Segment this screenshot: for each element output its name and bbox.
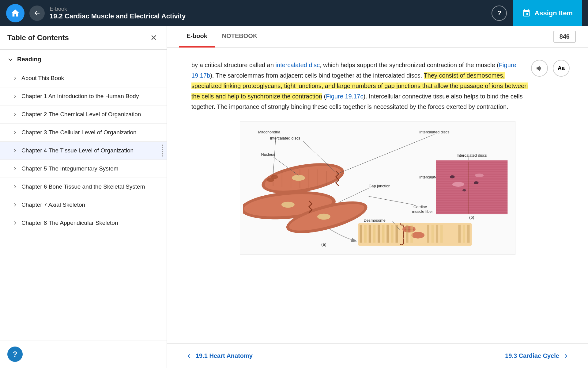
toc-item-label: Chapter 1 An Introduction to the Human B… <box>21 93 139 100</box>
toc-item-label: Chapter 5 The Integumentary System <box>21 165 118 172</box>
reading-text: by a critical structure called an interc… <box>191 60 528 112</box>
tab-notebook[interactable]: NOTEBOOK <box>215 26 265 48</box>
label-intercalated-discs-mid: Intercalated discs <box>270 136 300 140</box>
header-breadcrumb: E-book <box>50 6 186 12</box>
svg-point-35 <box>475 174 484 177</box>
svg-point-15 <box>281 202 294 208</box>
assign-item-label: Assign Item <box>534 9 573 17</box>
tab-ebook[interactable]: E-book <box>179 26 215 48</box>
svg-rect-58 <box>436 225 438 243</box>
header: E-book 19.2 Cardiac Muscle and Electrica… <box>0 0 588 26</box>
svg-rect-61 <box>463 225 465 243</box>
toc-item-label: Chapter 8 The Appendicular Skeleton <box>21 220 118 226</box>
svg-point-34 <box>452 182 464 187</box>
svg-point-33 <box>462 189 466 192</box>
sidebar: Table of Contents ✕ Reading About This B… <box>0 26 167 368</box>
back-button[interactable] <box>29 6 45 21</box>
content-area: E-book NOTEBOOK 846 Aa by a critical str… <box>167 26 588 368</box>
svg-text:muscle fiber: muscle fiber <box>412 209 433 214</box>
sidebar-header: Table of Contents ✕ <box>0 26 167 50</box>
reading-content[interactable]: Aa by a critical structure called an int… <box>167 48 588 343</box>
svg-rect-59 <box>440 225 443 243</box>
help-button[interactable]: ? <box>492 6 507 21</box>
svg-point-18 <box>267 178 274 182</box>
svg-rect-43 <box>378 225 380 243</box>
panel-b-label: (b) <box>469 215 474 220</box>
toc-item-ch7[interactable]: Chapter 7 Axial Skeleton <box>0 196 167 214</box>
toc-item-label: Chapter 7 Axial Skeleton <box>21 201 85 208</box>
label-gap-junction: Gap junction <box>368 184 390 188</box>
figure-container: Intercalated discs Intercalated discs Mi… <box>240 121 515 255</box>
page-number-badge: 846 <box>553 31 576 43</box>
label-mitochondria: Mitochondria <box>258 130 281 134</box>
toc-item-ch1[interactable]: Chapter 1 An Introduction to the Human B… <box>0 87 167 105</box>
label-nucleus: Nucleus <box>261 152 275 157</box>
sidebar-title: Table of Contents <box>7 33 69 42</box>
sidebar-content[interactable]: Reading About This Book Chapter 1 An Int… <box>0 50 167 340</box>
tab-bar: E-book NOTEBOOK 846 <box>167 26 588 48</box>
svg-rect-41 <box>368 225 371 243</box>
toc-item-label: Chapter 2 The Chemical Level of Organiza… <box>21 111 141 118</box>
label-intercalated-discs-b: Intercalated discs <box>456 153 487 158</box>
reading-controls: Aa <box>531 60 570 77</box>
svg-rect-55 <box>410 225 413 243</box>
sidebar-close-button[interactable]: ✕ <box>148 32 159 43</box>
toc-item-ch2[interactable]: Chapter 2 The Chemical Level of Organiza… <box>0 105 167 123</box>
toc-item-ch8[interactable]: Chapter 8 The Appendicular Skeleton <box>0 214 167 232</box>
prev-chapter-label: 19.1 Heart Anatomy <box>196 352 253 359</box>
panel-a-label: (a) <box>321 242 326 247</box>
drag-handle[interactable] <box>162 145 163 157</box>
toc-item-ch6[interactable]: Chapter 6 Bone Tissue and the Skeletal S… <box>0 178 167 196</box>
reading-section: Reading About This Book Chapter 1 An Int… <box>0 50 167 232</box>
svg-rect-42 <box>373 225 375 243</box>
header-title: 19.2 Cardiac Muscle and Electrical Activ… <box>50 12 186 20</box>
toc-item-about[interactable]: About This Book <box>0 69 167 87</box>
svg-rect-39 <box>360 225 362 243</box>
next-chapter-link[interactable]: 19.3 Cardiac Cycle <box>505 352 570 360</box>
svg-rect-40 <box>364 225 367 243</box>
svg-rect-28 <box>436 160 507 214</box>
svg-rect-56 <box>427 225 429 243</box>
toc-item-label: Chapter 3 The Cellular Level of Organiza… <box>21 129 137 136</box>
font-size-button[interactable]: Aa <box>553 60 570 77</box>
toc-item-ch4[interactable]: Chapter 4 The Tissue Level of Organizati… <box>0 141 167 159</box>
toc-item-ch3[interactable]: Chapter 3 The Cellular Level of Organiza… <box>0 123 167 141</box>
svg-rect-44 <box>382 225 384 243</box>
svg-rect-54 <box>406 225 408 243</box>
svg-rect-46 <box>391 225 393 243</box>
svg-rect-57 <box>431 225 434 243</box>
figure-19-17c-link[interactable]: Figure 19.17c <box>326 93 363 100</box>
svg-point-49 <box>411 232 424 238</box>
home-button[interactable] <box>6 4 24 22</box>
svg-rect-60 <box>458 225 461 243</box>
toc-item-label: Chapter 4 The Tissue Level of Organizati… <box>21 147 134 154</box>
help-circle-button[interactable]: ? <box>7 347 23 362</box>
intercalated-disc-link[interactable]: intercalated disc <box>276 62 320 68</box>
label-desmosome: Desmosome <box>364 218 385 223</box>
toc-item-ch5[interactable]: Chapter 5 The Integumentary System <box>0 159 167 178</box>
sidebar-footer: ? <box>0 340 167 368</box>
audio-button[interactable] <box>531 60 548 77</box>
svg-point-16 <box>317 214 330 220</box>
label-cardiac-muscle-fiber: Cardiac <box>413 205 427 209</box>
prev-chapter-link[interactable]: 19.1 Heart Anatomy <box>185 352 253 360</box>
label-intercalated-discs-top: Intercalated discs <box>419 130 450 134</box>
next-chapter-label: 19.3 Cardiac Cycle <box>505 352 559 359</box>
bottom-navigation: 19.1 Heart Anatomy 19.3 Cardiac Cycle <box>167 343 588 368</box>
reading-toggle[interactable]: Reading <box>0 50 167 69</box>
svg-rect-62 <box>467 225 469 243</box>
svg-point-31 <box>450 175 455 178</box>
svg-point-32 <box>474 181 479 184</box>
main-layout: Table of Contents ✕ Reading About This B… <box>0 26 588 368</box>
svg-rect-45 <box>386 225 389 243</box>
reading-label: Reading <box>17 56 41 63</box>
toc-item-label: About This Book <box>21 75 64 82</box>
svg-point-14 <box>292 175 305 181</box>
assign-item-button[interactable]: Assign Item <box>513 0 582 26</box>
header-title-area: E-book 19.2 Cardiac Muscle and Electrica… <box>50 6 186 20</box>
toc-item-label: Chapter 6 Bone Tissue and the Skeletal S… <box>21 183 145 190</box>
